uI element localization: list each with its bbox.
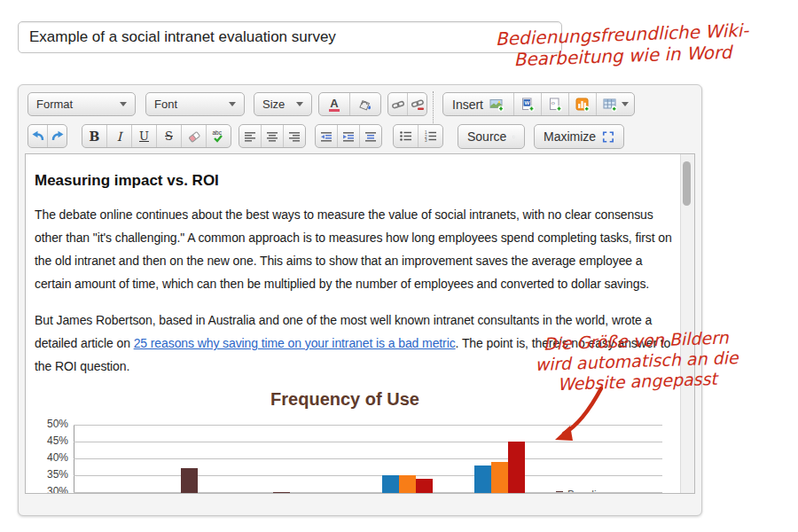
underline-button[interactable]: U bbox=[131, 125, 156, 147]
svg-text:3: 3 bbox=[425, 138, 427, 143]
chevron-down-icon bbox=[120, 102, 127, 106]
undo-button[interactable] bbox=[28, 125, 47, 147]
chart-bar bbox=[382, 475, 399, 494]
numbered-list-icon: 1 2 3 bbox=[424, 129, 437, 143]
chart-bar bbox=[399, 475, 416, 494]
insert-table-button[interactable] bbox=[596, 93, 634, 115]
link-icon bbox=[391, 98, 405, 112]
insert-image-icon bbox=[489, 98, 505, 112]
align-group bbox=[239, 124, 306, 148]
chart-bar bbox=[474, 466, 491, 494]
bullet-list-button[interactable] bbox=[394, 125, 418, 147]
paragraph: The debate online continues about the be… bbox=[35, 203, 675, 295]
chevron-down-icon bbox=[229, 102, 236, 106]
undo-icon bbox=[31, 129, 45, 144]
chart-bar bbox=[273, 492, 290, 494]
word-document-icon: W bbox=[520, 98, 535, 112]
redo-icon bbox=[51, 129, 65, 144]
page-title-input[interactable] bbox=[18, 21, 562, 53]
remove-format-button[interactable] bbox=[181, 125, 206, 147]
chart-gridline bbox=[74, 442, 662, 442]
insert-image-button[interactable]: Insert bbox=[443, 93, 513, 115]
chart-icon bbox=[575, 98, 590, 112]
indent-button[interactable] bbox=[337, 125, 359, 147]
insert-chart-button[interactable] bbox=[568, 93, 596, 115]
text-color-button[interactable]: A bbox=[319, 93, 349, 115]
chart-bar bbox=[491, 462, 508, 494]
scrollbar-track[interactable] bbox=[680, 154, 694, 493]
background-color-button[interactable] bbox=[349, 93, 380, 115]
text-color-icon: A bbox=[329, 98, 339, 112]
italic-button[interactable]: I bbox=[106, 125, 131, 147]
maximize-icon bbox=[602, 130, 614, 144]
legend-label: Baseline bbox=[567, 489, 608, 494]
paint-bucket-icon bbox=[358, 98, 372, 112]
chart-y-axis bbox=[74, 425, 74, 494]
align-left-icon bbox=[244, 130, 256, 143]
align-left-button[interactable] bbox=[239, 125, 261, 147]
y-tick-label: 50% bbox=[35, 418, 68, 430]
wysiwyg-editor: Format Font Size A bbox=[18, 84, 702, 516]
chevron-down-icon bbox=[296, 102, 303, 106]
svg-text:W: W bbox=[525, 99, 530, 106]
maximize-button[interactable]: Maximize bbox=[534, 124, 624, 149]
blockquote-button[interactable] bbox=[359, 125, 381, 147]
font-dropdown[interactable]: Font bbox=[145, 92, 245, 116]
format-dropdown[interactable]: Format bbox=[27, 92, 136, 116]
document-content: Measuring impact vs. ROI The debate onli… bbox=[26, 154, 694, 494]
indent-group bbox=[315, 124, 382, 148]
content-heading: Measuring impact vs. ROI bbox=[35, 172, 678, 190]
outdent-button[interactable] bbox=[316, 125, 337, 147]
chart-gridline bbox=[74, 492, 662, 493]
bold-button[interactable]: B bbox=[82, 125, 106, 147]
y-tick-label: 45% bbox=[35, 434, 68, 447]
chart-bar bbox=[416, 479, 433, 494]
toolbar-row-2: B I U S abc bbox=[27, 124, 624, 149]
chart-bar bbox=[508, 442, 525, 494]
source-button[interactable]: Source ‹› bbox=[458, 124, 525, 149]
spellcheck-icon: abc bbox=[211, 129, 226, 144]
align-center-icon bbox=[266, 130, 278, 143]
chart-plot: BaselineNovember-09 50%45%40%35%30%25% bbox=[35, 425, 689, 494]
spellcheck-button[interactable]: abc bbox=[206, 125, 231, 147]
insert-code-file-button[interactable]: ‹› bbox=[541, 93, 568, 115]
indent-icon bbox=[342, 130, 355, 143]
undo-group bbox=[27, 124, 67, 148]
paragraph: But James Robertson, based in Australia … bbox=[35, 309, 675, 378]
insert-document-button[interactable]: W bbox=[513, 93, 541, 115]
y-tick-label: 35% bbox=[35, 468, 68, 481]
chart-gridline bbox=[74, 475, 662, 476]
toolbar-row-1: Format Font Size A bbox=[27, 92, 635, 116]
code-file-icon: ‹› bbox=[548, 98, 562, 112]
chart-legend: BaselineNovember-09 bbox=[556, 489, 632, 494]
chart-gridline bbox=[74, 458, 662, 459]
align-right-icon bbox=[288, 130, 301, 143]
unlink-icon bbox=[411, 98, 425, 112]
eraser-icon bbox=[187, 129, 201, 144]
align-center-button[interactable] bbox=[261, 125, 283, 147]
source-code-icon: ‹› bbox=[512, 130, 515, 144]
article-link[interactable]: 25 reasons why saving time on your intra… bbox=[134, 336, 456, 350]
y-tick-label: 40% bbox=[35, 451, 68, 464]
link-group bbox=[387, 92, 427, 116]
outdent-icon bbox=[320, 130, 332, 143]
table-icon bbox=[603, 98, 617, 112]
bullet-list-icon bbox=[399, 129, 412, 143]
align-right-button[interactable] bbox=[283, 125, 305, 147]
redo-button[interactable] bbox=[47, 125, 66, 147]
numbered-list-button[interactable]: 1 2 3 bbox=[418, 125, 442, 147]
link-button[interactable] bbox=[388, 93, 407, 115]
text-style-group: B I U S abc bbox=[82, 124, 231, 148]
size-dropdown[interactable]: Size bbox=[254, 92, 312, 116]
editor-content-area[interactable]: Measuring impact vs. ROI The debate onli… bbox=[25, 153, 695, 494]
legend-item: Baseline bbox=[556, 489, 632, 494]
unlink-button[interactable] bbox=[407, 93, 426, 115]
scrollbar-thumb[interactable] bbox=[683, 161, 691, 206]
color-group: A bbox=[318, 92, 381, 116]
list-group: 1 2 3 bbox=[393, 124, 443, 148]
strikethrough-button[interactable]: S bbox=[156, 125, 181, 147]
svg-text:‹›: ‹› bbox=[552, 100, 555, 106]
blockquote-icon bbox=[364, 130, 377, 143]
chart-title: Frequency of Use bbox=[35, 389, 655, 410]
chevron-down-icon bbox=[622, 102, 629, 106]
